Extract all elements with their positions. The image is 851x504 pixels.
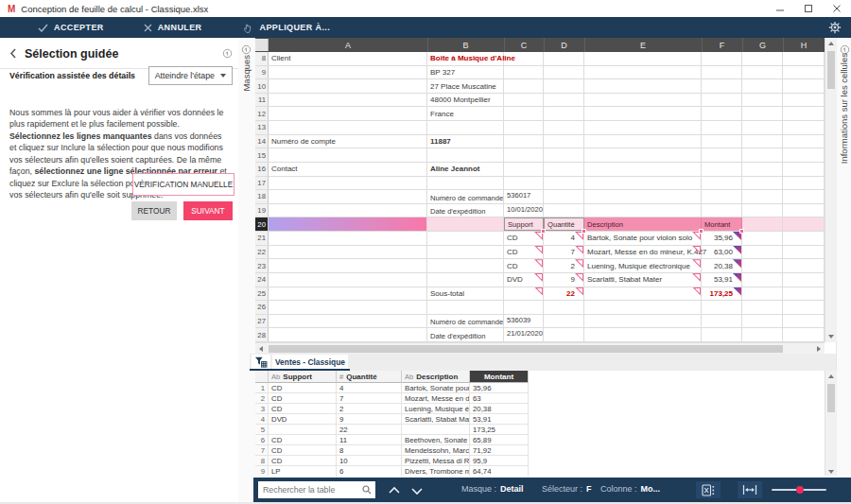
sheet-cell-A18[interactable] [269,190,427,203]
sheet-cell-B14[interactable]: 11887 [427,135,504,148]
table-row[interactable]: 1CD4Bartok, Sonate pour...35,96 [255,383,529,393]
table-cell[interactable]: CD [269,456,337,465]
sheet-cell-B8[interactable]: Boîte à Musique d'Aline [427,52,504,65]
row-header-27[interactable]: 27 [255,315,269,328]
sheet-cell-B26[interactable] [427,301,504,314]
sheet-cell-A22[interactable] [269,246,427,259]
row-header-25[interactable]: 25 [255,287,269,301]
sheet-cell-D22[interactable]: 7 [544,246,584,259]
sheet-cell-C16[interactable] [504,163,544,176]
table-column-header-support[interactable]: AbSupport [269,371,337,383]
sheet-cell-G13[interactable] [742,121,783,134]
sheet-cell-F9[interactable] [702,66,742,79]
sheet-cell-B22[interactable] [427,246,504,259]
sheet-cell-D10[interactable] [544,79,584,93]
sheet-cell-A25[interactable] [269,287,427,301]
table-row[interactable]: 3CD2Luening, Musique éle...20,38 [255,404,529,414]
sheet-cell-F21[interactable]: 35,96 [702,232,742,245]
sheet-vertical-scrollbar[interactable] [825,38,837,342]
sheet-cell-B9[interactable]: BP 327 [427,66,504,79]
sheet-cell-F17[interactable] [702,177,742,190]
table-row-number[interactable]: 3 [255,404,269,413]
row-header-26[interactable]: 26 [255,301,269,314]
sheet-cell-H13[interactable] [783,121,825,134]
sheet-cell-A9[interactable] [269,66,427,79]
sheet-cell-H23[interactable] [783,259,825,272]
sheet-cell-A15[interactable] [269,148,427,162]
table-cell[interactable]: 64,74 [470,466,529,476]
sheet-cell-E11[interactable] [584,94,702,107]
sheet-cell-B13[interactable] [427,121,504,134]
sheet-cell-B27[interactable]: Numéro de commande [427,315,504,328]
sheet-cell-E28[interactable] [584,328,702,341]
table-cell[interactable]: Pizzetti, Messa di Re... [402,456,470,465]
sheet-cell-E15[interactable] [584,148,702,162]
sheet-cell-G19[interactable] [742,204,783,217]
column-header-F[interactable]: F [702,38,743,52]
row-header-11[interactable]: 11 [255,94,269,107]
table-cell[interactable]: CD [269,435,337,444]
sheet-cell-E26[interactable] [584,301,702,314]
row-header-22[interactable]: 22 [255,246,269,259]
sheet-cell-E18[interactable] [584,190,702,203]
table-cell[interactable]: 6 [337,466,402,476]
sheet-cell-F18[interactable] [702,190,742,203]
sheet-cell-H25[interactable] [783,287,825,301]
sheet-cell-F27[interactable] [702,315,742,328]
sheet-cell-B25[interactable]: Sous-total [427,287,504,301]
column-header-D[interactable]: D [544,38,585,52]
sheet-cell-F10[interactable] [702,79,742,93]
sheet-cell-C24[interactable]: DVD [504,273,544,287]
colonne-status[interactable]: Colonne :Mo... [600,484,660,494]
sheet-cell-B16[interactable]: Aline Jeannot [427,163,504,176]
table-row-number[interactable]: 8 [255,456,269,465]
row-header-24[interactable]: 24 [255,273,269,287]
scrollbar-thumb[interactable] [269,345,783,353]
sheet-cell-G24[interactable] [742,273,783,287]
sheet-cell-F11[interactable] [702,94,742,107]
sheet-cell-C20[interactable]: Support [504,217,544,231]
sheet-cell-A28[interactable] [269,328,427,341]
table-cell[interactable]: 95,9 [470,456,529,465]
table-row[interactable]: 7CD8Mendelssohn, March...71,92 [255,445,529,456]
scrollbar-thumb[interactable] [827,384,835,412]
table-cell[interactable]: Mozart, Messe en do... [402,393,470,403]
sheet-cell-H14[interactable] [783,135,825,148]
sheet-cell-A24[interactable] [269,273,427,287]
table-cell[interactable]: 2 [337,404,402,413]
sheet-cell-H10[interactable] [783,79,825,93]
sheet-cell-H22[interactable] [783,246,825,259]
sheet-cell-G27[interactable] [742,315,783,328]
table-cell[interactable]: 4 [337,383,402,392]
table-cell[interactable]: LP [269,466,337,476]
tab-masques[interactable]: Masques [241,55,252,92]
sheet-cell-G25[interactable] [742,287,783,301]
sheet-cell-D15[interactable] [544,148,584,162]
sheet-cell-H27[interactable] [783,315,825,328]
sheet-cell-C13[interactable] [504,121,544,134]
column-header-E[interactable]: E [584,38,703,52]
sheet-cell-E14[interactable] [584,135,702,148]
sheet-cell-H20[interactable] [783,217,825,231]
sheet-cell-B10[interactable]: 27 Place Muscatine [427,79,504,93]
sheet-cell-F28[interactable] [702,328,742,341]
table-cell[interactable]: CD [269,393,337,403]
row-header-14[interactable]: 14 [255,135,269,148]
sheet-cell-G9[interactable] [742,66,783,79]
table-cell[interactable]: Bartok, Sonate pour... [402,383,470,392]
sheet-cell-B19[interactable]: Date d'expédition [427,204,504,217]
sheet-cell-C21[interactable]: CD [504,232,544,245]
sheet-cell-H21[interactable] [783,232,825,245]
row-header-19[interactable]: 19 [255,204,269,217]
back-chevron-icon[interactable] [9,45,17,62]
sheet-cell-A19[interactable] [269,204,427,217]
row-header-10[interactable]: 10 [255,79,269,93]
table-column-header-quantité[interactable]: #Quantité [337,371,402,383]
find-next-button[interactable] [410,483,424,500]
manual-verification-button[interactable]: VÉRIFICATION MANUELLE [132,173,234,196]
sheet-cell-E23[interactable]: Luening, Musique électronique [584,259,702,272]
sheet-cell-F14[interactable] [702,135,742,148]
table-row-number[interactable]: 5 [255,425,269,434]
table-column-header-description[interactable]: AbDescription [402,371,470,383]
table-cell[interactable] [402,425,470,434]
